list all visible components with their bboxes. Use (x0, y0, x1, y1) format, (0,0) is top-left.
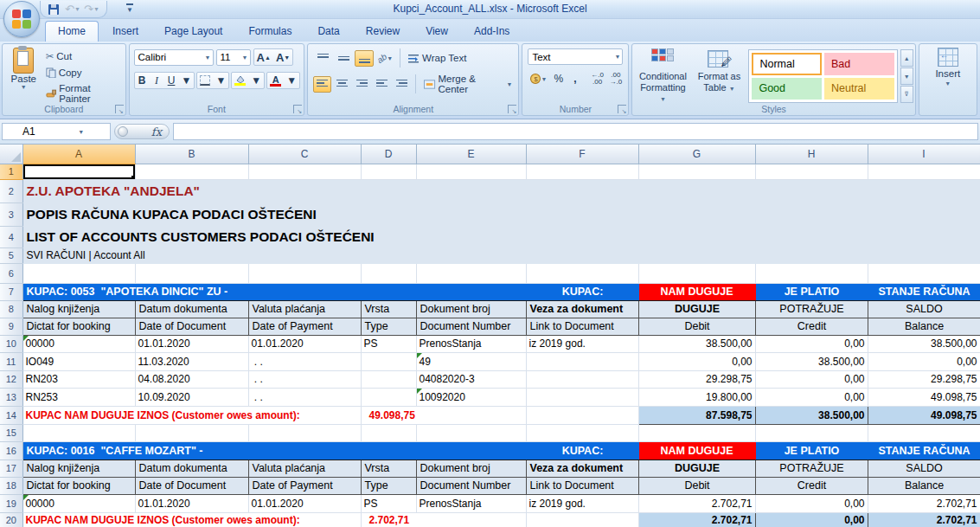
cell-B12[interactable]: 04.08.2020 (135, 370, 248, 388)
cell-A5[interactable]: SVI RAČUNI | Account All (22, 247, 980, 263)
name-box[interactable]: A1 ▼ (2, 123, 111, 140)
tab-view[interactable]: View (413, 22, 460, 42)
column-header-A[interactable]: A (22, 145, 135, 164)
formula-input[interactable] (173, 123, 978, 140)
row-header-19[interactable]: 19 (0, 494, 22, 512)
cell-E18[interactable]: Document Number (416, 477, 526, 494)
cell-C6[interactable] (248, 263, 361, 283)
cell-I13[interactable]: 49.098,75 (868, 388, 980, 406)
cell-F7[interactable]: KUPAC: (526, 283, 638, 300)
font-color-button[interactable]: A (267, 73, 284, 88)
cell-F14[interactable] (526, 406, 638, 424)
row-header-8[interactable]: 8 (0, 300, 22, 318)
borders-dropdown-icon[interactable]: ▼ (213, 73, 228, 88)
cell-B11[interactable]: 11.03.2020 (135, 352, 248, 370)
cell-F18[interactable]: Link to Document (526, 477, 638, 494)
cell-E10[interactable]: PrenosStanja (416, 335, 526, 352)
cell-H12[interactable]: 0,00 (755, 370, 868, 388)
cell-H1[interactable] (755, 164, 868, 179)
cell-I18[interactable]: Balance (868, 477, 980, 494)
cell-C18[interactable]: Date of Payment (248, 477, 361, 494)
cell-F9[interactable]: Link to Document (526, 318, 638, 335)
cell-I1[interactable] (868, 164, 980, 179)
cell-I15[interactable] (868, 424, 980, 441)
cell-A6[interactable] (22, 263, 135, 283)
cell-I9[interactable]: Balance (868, 318, 980, 335)
cell-C1[interactable] (248, 164, 361, 179)
cell-I20[interactable]: 2.702,71 (868, 512, 980, 527)
cell-I8[interactable]: SALDO (868, 300, 980, 318)
borders-button[interactable] (197, 73, 213, 88)
cell-D11[interactable] (361, 352, 416, 370)
cell-G12[interactable]: 29.298,75 (638, 370, 755, 388)
copy-button[interactable]: Copy (43, 67, 125, 79)
row-header-5[interactable]: 5 (0, 247, 22, 263)
cell-A3[interactable]: POPIS RAČUNA KUPACA PODACI OŠTEĆENI (22, 202, 980, 226)
cell-I6[interactable] (868, 263, 980, 283)
cell-A8[interactable]: Nalog knjiženja (22, 300, 135, 318)
cell-F12[interactable] (526, 370, 638, 388)
cell-E11[interactable]: 49 (416, 352, 526, 370)
merge-center-button[interactable]: Merge & Center ▼ (421, 73, 515, 95)
select-all-corner[interactable] (0, 145, 22, 164)
cell-B10[interactable]: 01.01.2020 (135, 335, 248, 352)
align-middle-button[interactable] (334, 50, 353, 67)
cell-D18[interactable]: Type (361, 477, 416, 494)
cell-H15[interactable] (755, 424, 868, 441)
grow-font-button[interactable]: A▲ (254, 49, 273, 65)
cell-G16[interactable]: NAM DUGUJE (638, 441, 755, 460)
cell-H17[interactable]: POTRAŽUJE (755, 460, 868, 477)
cell-E15[interactable] (416, 424, 526, 441)
cell-E17[interactable]: Dokument broj (416, 460, 526, 477)
bold-button[interactable]: B (135, 73, 150, 88)
cell-D6[interactable] (361, 263, 416, 283)
tab-review[interactable]: Review (354, 22, 412, 42)
cell-A17[interactable]: Nalog knjiženja (22, 460, 135, 477)
cell-E12[interactable]: 04082020-3 (416, 370, 526, 388)
cell-D15[interactable] (361, 424, 416, 441)
cell-B13[interactable]: 10.09.2020 (135, 388, 248, 406)
orientation-button[interactable]: ab▼ (375, 50, 394, 67)
cell-A2[interactable]: Z.U. APOTEKA "ANDJELA" (22, 179, 980, 202)
cell-I10[interactable]: 38.500,00 (868, 335, 980, 352)
number-format-select[interactable]: Text ▼ (528, 48, 623, 65)
row-header-3[interactable]: 3 (0, 202, 22, 226)
accounting-format-button[interactable]: $▼ (528, 71, 549, 87)
column-header-C[interactable]: C (248, 145, 361, 164)
cell-A1[interactable] (22, 164, 135, 179)
column-header-B[interactable]: B (135, 145, 248, 164)
row-header-13[interactable]: 13 (0, 388, 22, 406)
cell-I7[interactable]: STANJE RAČUNA (868, 283, 980, 300)
cell-G9[interactable]: Debit (638, 318, 755, 335)
insert-function-button[interactable]: fx (151, 125, 162, 138)
row-header-16[interactable]: 16 (0, 441, 22, 460)
cell-G11[interactable]: 0,00 (638, 352, 755, 370)
cell-B1[interactable] (135, 164, 248, 179)
insert-cells-button[interactable]: Insert ▼ (919, 44, 977, 87)
font-size-select[interactable]: 11 ▼ (216, 49, 251, 66)
cell-C12[interactable]: . . (248, 370, 361, 388)
cell-B18[interactable]: Date of Document (135, 477, 248, 494)
cell-G19[interactable]: 2.702,71 (638, 494, 755, 512)
cell-I19[interactable]: 2.702,71 (868, 494, 980, 512)
style-normal[interactable]: Normal (752, 53, 822, 75)
underline-dropdown-icon[interactable]: ▼ (179, 73, 195, 88)
align-center-button[interactable] (333, 76, 351, 93)
cell-A9[interactable]: Dictat for booking (22, 318, 135, 335)
cell-G17[interactable]: DUGUJE (638, 460, 755, 477)
cell-F10[interactable]: iz 2019 god. (526, 335, 638, 352)
column-header-F[interactable]: F (526, 145, 638, 164)
format-painter-button[interactable]: Format Painter (43, 82, 125, 105)
cell-D17[interactable]: Vrsta (361, 460, 416, 477)
cell-A11[interactable]: IO049 (22, 352, 135, 370)
clipboard-dialog-launcher[interactable] (115, 105, 124, 113)
cell-H16[interactable]: JE PLATIO (755, 441, 868, 460)
row-header-1[interactable]: 1 (0, 164, 22, 179)
cell-A19[interactable]: 00000 (22, 494, 135, 512)
cell-I17[interactable]: SALDO (868, 460, 980, 477)
align-right-button[interactable] (353, 76, 371, 93)
cell-A14[interactable]: KUPAC NAM DUGUJE IZNOS (Customer owes am… (22, 406, 361, 424)
tab-data[interactable]: Data (305, 22, 351, 42)
comma-style-button[interactable]: , (567, 71, 582, 87)
row-header-15[interactable]: 15 (0, 424, 22, 441)
